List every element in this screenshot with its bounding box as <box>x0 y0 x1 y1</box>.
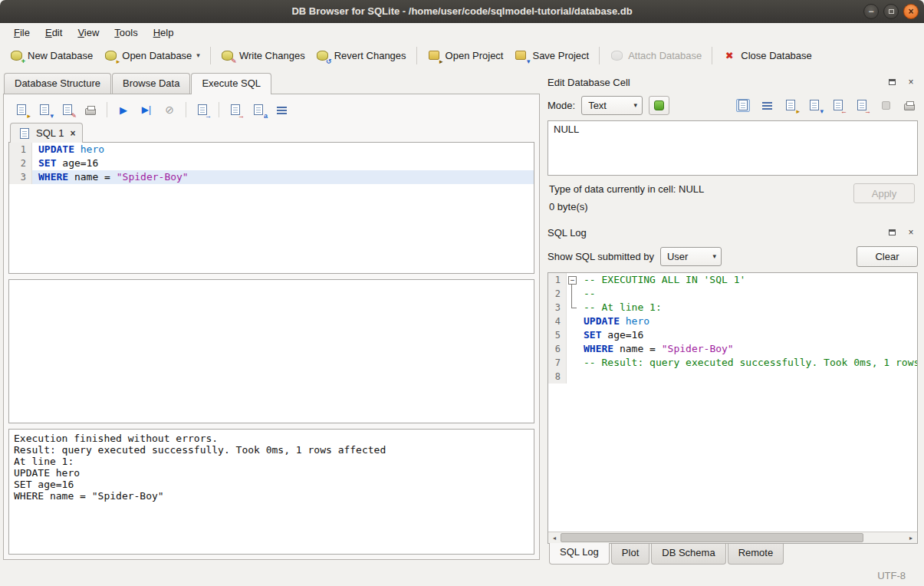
edit-cell-title: Edit Database Cell <box>547 77 885 88</box>
word-wrap-glyph <box>762 101 772 110</box>
icon-overlay: ▸ <box>439 58 443 65</box>
stop-icon: ⊘ <box>163 104 176 117</box>
scroll-right-icon[interactable]: ▸ <box>905 532 917 543</box>
minimize-button[interactable]: − <box>863 4 879 19</box>
text-view-button[interactable] <box>735 97 751 114</box>
save-file-button[interactable]: ▾ <box>806 97 823 114</box>
new-database-button[interactable]: +New Database <box>4 46 98 65</box>
import-button[interactable]: ← <box>830 97 847 114</box>
save-results-button[interactable]: → <box>225 100 245 119</box>
edit-cell-close-icon[interactable]: × <box>904 76 918 89</box>
menu-file[interactable]: File <box>6 25 38 41</box>
messages-output[interactable]: Execution finished without errors. Resul… <box>8 429 534 555</box>
print-cell-glyph <box>904 104 915 110</box>
main-content: Database StructureBrowse DataExecute SQL… <box>0 68 924 565</box>
save-sql-file-button[interactable]: ▾ <box>35 100 54 119</box>
chevron-down-icon[interactable]: ▾ <box>196 51 200 59</box>
code-row-3: 3-- At line 1: <box>548 301 917 314</box>
line-number: 4 <box>548 314 567 328</box>
execute-line-button[interactable]: ▶| <box>136 100 156 119</box>
export-csv-button[interactable]: → <box>192 100 212 119</box>
title-bar[interactable]: DB Browser for SQLite - /home/user/code/… <box>0 0 924 23</box>
print-cell-button[interactable] <box>901 97 918 114</box>
tab-db-schema[interactable]: DB Schema <box>651 544 725 565</box>
messages-text: Execution finished without errors. Resul… <box>9 430 534 505</box>
token: -- <box>584 288 596 299</box>
encoding-label: UTF-8 <box>877 570 906 581</box>
open-sql-file-button[interactable]: ▸ <box>12 100 31 119</box>
export-button[interactable]: → <box>853 97 870 114</box>
clear-button[interactable]: Clear <box>857 246 918 267</box>
stop-button[interactable]: ⊘ <box>159 100 179 119</box>
menu-edit[interactable]: Edit <box>38 25 70 41</box>
write-changes-button[interactable]: ✎Write Changes <box>215 46 311 65</box>
icon-overlay: ↺ <box>326 58 332 65</box>
sql-1-tab[interactable]: SQL 1 × <box>10 123 83 143</box>
write-changes-icon: ✎ <box>221 49 235 62</box>
sql-editor[interactable]: 1UPDATE hero2SET age=163WHERE name = "Sp… <box>8 142 534 274</box>
icon-overlay: ▸ <box>796 108 800 115</box>
open-project-button[interactable]: ▸Open Project <box>422 46 509 65</box>
find-replace-button[interactable]: a <box>248 100 268 119</box>
line-number: 8 <box>548 370 567 384</box>
log-filter-select[interactable]: User ▾ <box>660 247 722 266</box>
print-button[interactable] <box>81 100 100 119</box>
sql-toolbar: ▸▾✎▶▶|⊘→→a <box>8 98 534 121</box>
menu-help[interactable]: Help <box>146 25 182 41</box>
menu-tools[interactable]: Tools <box>107 25 145 41</box>
sql-log-header: SQL Log × <box>547 225 918 240</box>
save-project-button[interactable]: ▾Save Project <box>508 46 594 65</box>
code-row-1: 1-- EXECUTING ALL IN 'SQL 1' <box>548 273 917 287</box>
fold-minus-icon[interactable] <box>567 273 577 287</box>
mnemonic: H <box>153 27 160 38</box>
scrollbar-thumb[interactable] <box>561 533 863 542</box>
set-null-button[interactable] <box>877 97 894 114</box>
close-window-button[interactable]: × <box>903 4 919 19</box>
edit-cell-float-icon[interactable] <box>885 76 899 89</box>
revert-changes-button[interactable]: ↺Revert Changes <box>311 46 412 65</box>
close-database-button[interactable]: ✖Close Database <box>717 46 817 65</box>
format-sql-button[interactable] <box>271 100 291 119</box>
tab-browse-data[interactable]: Browse Data <box>112 73 190 94</box>
tab-plot[interactable]: Plot <box>611 544 649 565</box>
sql-log-close-icon[interactable]: × <box>904 226 918 239</box>
token: hero <box>626 315 649 327</box>
export-icon: → <box>855 99 869 112</box>
maximize-button[interactable] <box>883 4 899 19</box>
results-grid[interactable] <box>8 279 534 423</box>
tab-execute-sql[interactable]: Execute SQL <box>191 73 271 94</box>
save-results-icon: → <box>229 104 242 117</box>
mode-select[interactable]: Text ▾ <box>581 96 643 115</box>
tab-database-structure[interactable]: Database Structure <box>4 73 111 94</box>
tab-sql-log[interactable]: SQL Log <box>549 543 610 565</box>
cell-editor[interactable]: NULL <box>547 120 918 176</box>
token: WHERE <box>584 343 613 354</box>
menu-view[interactable]: View <box>70 25 107 41</box>
open-database-button[interactable]: ▸Open Database▾ <box>98 46 206 65</box>
word-wrap-button[interactable] <box>758 97 775 114</box>
auto-format-button[interactable] <box>649 96 669 115</box>
code-text: SET age=16 <box>577 328 917 342</box>
line-number: 7 <box>548 356 567 370</box>
open-file-icon: ▸ <box>784 99 797 112</box>
scrollbar-track[interactable] <box>561 532 905 543</box>
toolbar-separator <box>107 102 107 117</box>
attach-database-icon <box>610 49 623 62</box>
fold-margin <box>567 356 577 370</box>
code-text: UPDATE hero <box>32 143 534 156</box>
execute-all-button[interactable]: ▶ <box>113 100 133 119</box>
save-sql-as-icon: ✎ <box>61 104 74 117</box>
mode-label: Mode: <box>547 100 575 111</box>
open-file-button[interactable]: ▸ <box>782 97 799 114</box>
horizontal-scrollbar[interactable]: ◂ ▸ <box>548 532 917 543</box>
sql-log-float-icon[interactable] <box>885 226 899 239</box>
icon-overlay: ✎ <box>71 113 77 120</box>
save-sql-as-button[interactable]: ✎ <box>58 100 77 119</box>
tab-remote[interactable]: Remote <box>728 544 784 565</box>
token: -- EXECUTING ALL IN 'SQL 1' <box>584 274 745 285</box>
sql-log-lines[interactable]: 1-- EXECUTING ALL IN 'SQL 1'2--3-- At li… <box>548 273 917 532</box>
close-tab-icon[interactable]: × <box>70 128 75 139</box>
scroll-left-icon[interactable]: ◂ <box>548 532 561 543</box>
save-project-glyph <box>515 51 526 60</box>
fold-line-icon <box>567 287 577 301</box>
